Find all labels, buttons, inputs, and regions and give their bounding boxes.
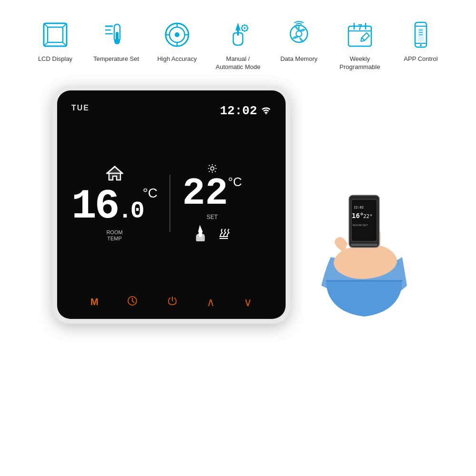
person-with-phone-svg: 12:02 16° 22° ROOM SET: [312, 124, 416, 324]
svg-point-44: [420, 44, 422, 46]
thermostat: TUE 12:02: [52, 86, 290, 324]
svg-line-26: [242, 25, 242, 26]
room-temp-display: 16.0 °C: [71, 186, 158, 228]
thermostat-outer: TUE 12:02: [52, 86, 290, 324]
svg-text:16°: 16°: [352, 212, 364, 219]
feature-lcd-display: LCD Display: [29, 18, 81, 63]
wifi-icon: [261, 106, 271, 116]
status-bar: TUE 12:02: [71, 104, 271, 118]
day-label: TUE: [71, 104, 89, 112]
svg-rect-1: [48, 27, 63, 42]
lcd-display-area: TUE 12:02: [57, 90, 286, 289]
feature-temperature-set: Temperature Set: [90, 18, 142, 63]
celsius-unit-room: °C: [143, 186, 158, 201]
divider: [169, 175, 170, 232]
set-temp-value: 22: [182, 175, 228, 213]
svg-rect-65: [351, 244, 377, 246]
svg-text:ROOM    SET: ROOM SET: [353, 224, 368, 227]
home-icon: [106, 165, 123, 184]
lcd-display-icon: [39, 18, 72, 51]
svg-text:12:02: 12:02: [354, 206, 364, 209]
weekly-programmable-label: Weekly Programmable: [334, 55, 386, 71]
room-temp-value: 16.0: [71, 186, 143, 228]
weekly-programmable-icon: 7: [343, 18, 377, 51]
heat-icon: [217, 225, 231, 243]
svg-line-29: [247, 25, 247, 26]
manual-auto-label: Manual / Automatic Mode: [212, 55, 264, 71]
features-row: LCD Display Temperature Set: [0, 0, 476, 81]
feature-high-accuracy: High Accuracy: [151, 18, 203, 63]
button-clock[interactable]: [127, 295, 138, 309]
lcd-display-label: LCD Display: [38, 55, 72, 63]
feature-app-control: APP Control: [395, 18, 447, 63]
svg-line-28: [242, 30, 242, 30]
time-display: 12:02: [220, 104, 257, 118]
temperature-row: 16.0 °C ROOMTEMP: [71, 122, 271, 285]
high-accuracy-label: High Accuracy: [157, 55, 197, 63]
temperature-set-icon: [99, 18, 133, 51]
set-temp-section: 22 °C SET: [182, 163, 242, 243]
set-temp-display: 22 °C: [182, 175, 242, 213]
svg-line-27: [247, 30, 247, 30]
set-label: SET: [207, 214, 218, 220]
svg-point-21: [244, 27, 246, 29]
svg-point-14: [175, 32, 179, 37]
manual-auto-icon: [221, 18, 255, 51]
main-area: TUE 12:02: [0, 81, 476, 343]
svg-point-53: [210, 167, 214, 170]
svg-point-11: [114, 39, 120, 44]
button-up[interactable]: ∧: [207, 296, 215, 309]
app-control-icon: [404, 18, 437, 51]
feature-weekly-programmable: 7 Weekly Programmable: [334, 18, 386, 71]
app-control-label: APP Control: [404, 55, 437, 63]
svg-point-49: [266, 113, 267, 114]
feature-data-memory: Data Memory: [273, 18, 325, 63]
svg-point-31: [296, 31, 302, 37]
touch-buttons-row: M ∧ ∨: [57, 289, 286, 319]
temperature-set-label: Temperature Set: [93, 55, 139, 63]
button-down[interactable]: ∨: [244, 296, 252, 309]
svg-text:7: 7: [358, 23, 362, 31]
button-power[interactable]: [167, 295, 178, 309]
phone-person: 12:02 16° 22° ROOM SET: [305, 105, 424, 343]
room-temp-section: 16.0 °C ROOMTEMP: [71, 165, 158, 242]
svg-line-40: [367, 33, 369, 36]
thermostat-inner: TUE 12:02: [57, 90, 286, 319]
data-memory-label: Data Memory: [280, 55, 317, 63]
manual-touch-icon: [194, 225, 207, 243]
svg-text:22°: 22°: [363, 213, 373, 219]
time-wifi: 12:02: [220, 104, 271, 118]
room-temp-label: ROOMTEMP: [106, 229, 122, 242]
feature-manual-auto: Manual / Automatic Mode: [212, 18, 264, 71]
button-menu[interactable]: M: [90, 297, 99, 307]
high-accuracy-icon: [160, 18, 194, 51]
data-memory-icon: [282, 18, 316, 51]
mode-icons: [194, 225, 231, 243]
